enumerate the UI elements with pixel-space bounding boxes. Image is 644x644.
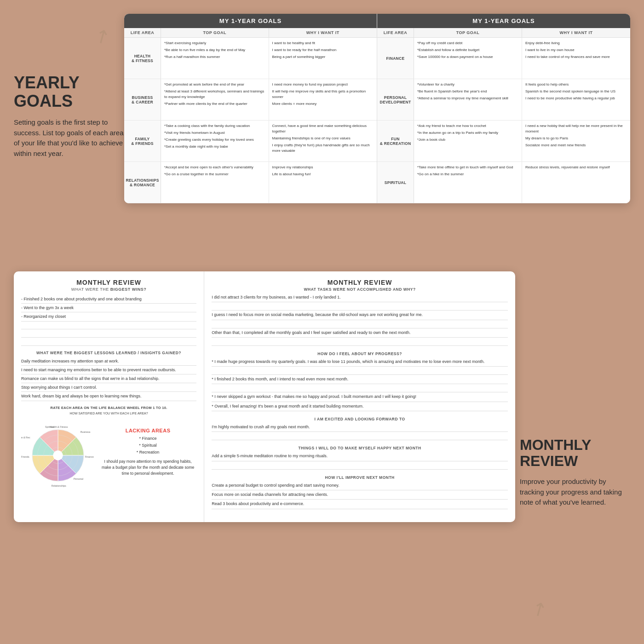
arrow-bottom-icon: ↙ [528,598,552,624]
table-row: FAMILY& FRIENDS *Take a cooking class wi… [124,121,377,162]
goals-right-title: MY 1-YEAR GOALS [377,14,630,28]
wheel-title: RATE EACH AREA ON THE LIFE BALANCE WHEEL… [21,406,196,410]
wheel-subtitle: HOW SATISFIED ARE YOU WITH EACH LIFE ARE… [21,412,196,415]
list-item: Romance can make us blind to all the sig… [21,375,196,383]
blank-line [21,330,196,338]
goals-finance: *Pay off my credit card debt *Establish … [414,38,522,79]
improve-text2: Focus more on social media channels for … [212,491,508,500]
monthly-sidebar-description: Improve your productivity by tracking yo… [520,477,630,508]
excited-text: I'm highly motivated to crush all my goa… [212,424,508,432]
mr-lessons-section: Daily meditation increases my attention … [21,357,196,401]
goals-right-half: MY 1-YEAR GOALS LIFE AREA TOP GOAL WHY I… [377,14,630,203]
lacking-spiritual: * Spiritual [99,442,196,449]
yearly-goals-title: YEARLY GOALS [14,74,124,110]
life-area-business: BUSINESS& CAREER [124,79,161,120]
col-top-goal-right: TOP GOAL [414,28,522,37]
goals-spiritual: *Take more time offline to get in touch … [414,162,522,203]
blank-line [212,462,508,470]
life-area-health: HEALTH& FITNESS [124,38,161,79]
list-item: - Reorganized my closet [21,313,196,321]
goals-left-title: MY 1-YEAR GOALS [124,14,377,28]
blank-line [212,303,508,310]
improve-text1: Create a personal budget to control spen… [212,482,508,490]
progress-text2: * I finished 2 books this month, and I i… [212,376,508,384]
list-item: I need to start managing my emotions bet… [21,366,196,374]
goals-left-half: MY 1-YEAR GOALS LIFE AREA TOP GOAL WHY I… [124,14,377,203]
col-why-right: WHY I WANT IT [522,28,630,37]
progress-section: HOW DO I FEEL ABOUT MY PROGRESS? * I mad… [212,351,508,411]
svg-text:Fun & Rec: Fun & Rec [21,436,30,438]
happy-text: Add a simple 5-minute meditation routine… [212,453,508,461]
table-row: PERSONALDEVELOPMENT *Volunteer for a cha… [377,79,630,121]
life-balance-wheel-section: RATE EACH AREA ON THE LIFE BALANCE WHEEL… [21,406,196,494]
col-life-area-left: LIFE AREA [124,28,161,37]
mr-right-title: MONTHLY REVIEW [212,279,508,286]
svg-point-0 [53,450,63,460]
life-area-family: FAMILY& FRIENDS [124,121,161,161]
happy-section: THINGS I WILL DO TO MAKE MYSELF HAPPY NE… [212,446,508,469]
list-item: Daily meditation increases my attention … [21,357,196,366]
blank-line [21,339,196,346]
life-area-personal: PERSONALDEVELOPMENT [377,79,414,120]
lacking-areas-section: LACKING AREAS * Finance * Spiritual * Re… [99,419,196,477]
yearly-goals-description: Setting goals is the first step to succe… [14,117,124,159]
not-accomplished-text: I did not attract 3 clients for my busin… [212,294,508,302]
life-area-fun: FUN& RECREATION [377,121,414,161]
why-health: I want to be healthy and fit I want to b… [269,38,377,79]
svg-text:Spiritual: Spiritual [45,425,54,428]
svg-text:Family & Friends: Family & Friends [21,455,29,458]
goals-relationships: *Accept and be more open to each other's… [161,162,269,203]
progress-heading: HOW DO I FEEL ABOUT MY PROGRESS? [212,351,508,356]
not-accomplished-heading: WHAT TASKS WERE NOT ACCOMPLISHED AND WHY… [212,287,508,292]
table-row: FUN& RECREATION *Ask my friend to teach … [377,121,630,162]
svg-text:Business: Business [80,431,91,433]
blank-line [212,321,508,328]
monthly-review-panel: MONTHLY REVIEW WHAT WERE THE BIGGEST WIN… [14,271,515,522]
mr-left-title: MONTHLY REVIEW [21,279,196,286]
goals-fun: *Ask my friend to teach me how to croche… [414,121,522,161]
why-fun: I need a new hobby that will help me be … [522,121,630,161]
col-why-left: WHY I WANT IT [269,28,377,37]
why-family: Connect, have a good time and make somet… [269,121,377,161]
yearly-goals-sidebar: YEARLY GOALS Setting goals is the first … [14,74,124,159]
list-item: - Finished 2 books one about productivit… [21,295,196,304]
why-finance: Enjoy debt-free living I want to live in… [522,38,630,79]
mr-lessons-heading: WHAT WERE THE BIGGEST LESSONS LEARNED / … [21,351,196,355]
arrow-top-icon: ↗ [90,23,114,49]
table-row: BUSINESS& CAREER *Get promoted at work b… [124,79,377,121]
svg-text:Relationships: Relationships [52,484,66,487]
why-spiritual: Reduce stress levels, rejuvenate and res… [522,162,630,203]
goals-family: *Take a cooking class with the family du… [161,121,269,161]
svg-text:Personal: Personal [74,477,83,480]
table-row: FINANCE *Pay off my credit card debt *Es… [377,38,630,79]
monthly-review-left: MONTHLY REVIEW WHAT WERE THE BIGGEST WIN… [14,271,204,522]
goals-personal: *Volunteer for a charity *Be fluent in S… [414,79,522,120]
improve-text3: Read 3 books about productivity and e-co… [212,500,508,509]
life-area-finance: FINANCE [377,38,414,79]
monthly-review-right: MONTHLY REVIEW WHAT TASKS WERE NOT ACCOM… [204,271,515,522]
table-row: RELATIONSHIPS& ROMANCE *Accept and be mo… [124,162,377,203]
goals-business: *Get promoted at work before the end of … [161,79,269,120]
yearly-goals-panel: MY 1-YEAR GOALS LIFE AREA TOP GOAL WHY I… [124,14,630,203]
list-item: Stop worrying about things I can't contr… [21,384,196,392]
not-accomplished-text2: I guess I need to focus more on social m… [212,311,508,320]
table-row: SPIRITUAL *Take more time offline to get… [377,162,630,203]
wheel-svg: Health & Fitness Business Finance Person… [21,419,95,494]
happy-heading: THINGS I WILL DO TO MAKE MYSELF HAPPY NE… [212,446,508,450]
mr-wins-section: - Finished 2 books one about productivit… [21,295,196,346]
life-area-relationships: RELATIONSHIPS& ROMANCE [124,162,161,203]
mr-wins-subtitle: WHAT WERE THE BIGGEST WINS? [21,287,196,292]
goals-left-headers: LIFE AREA TOP GOAL WHY I WANT IT [124,28,377,38]
list-item: - Went to the gym 3x a week [21,304,196,312]
progress-text1: * I made huge progress towards my quarte… [212,358,508,367]
improve-section: HOW I'LL IMPROVE NEXT MONTH Create a per… [212,475,508,509]
blank-line [212,385,508,392]
goals-right-headers: LIFE AREA TOP GOAL WHY I WANT IT [377,28,630,38]
lacking-areas-title: LACKING AREAS [99,428,196,433]
excited-heading: I AM EXCITED AND LOOKING FORWARD TO [212,417,508,421]
lacking-recreation: * Recreation [99,449,196,456]
monthly-review-sidebar: MONTHLYREVIEW Improve your productivity … [520,437,630,508]
improve-heading: HOW I'LL IMPROVE NEXT MONTH [212,475,508,480]
not-accomplished-section: WHAT TASKS WERE NOT ACCOMPLISHED AND WHY… [212,287,508,346]
svg-text:Finance: Finance [85,455,94,458]
